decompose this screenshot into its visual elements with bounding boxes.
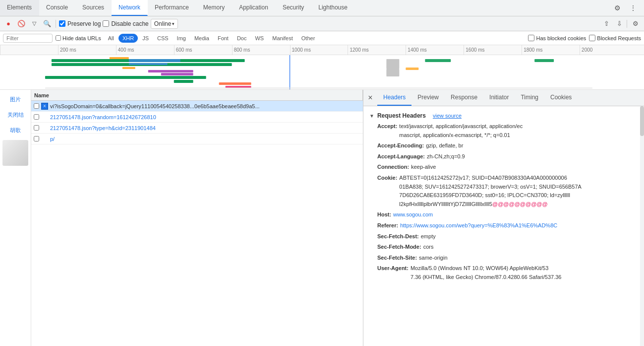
header-row-sec-fetch-mode: Sec-Fetch-Mode: cors — [369, 242, 638, 253]
header-value: zh-CN,zh;q=0.9 — [427, 152, 465, 161]
svg-rect-8 — [45, 76, 206, 79]
header-value: ABTEST=0|1612425272|v17; SUID=D4A07B9083… — [399, 174, 582, 208]
header-name: Accept: — [377, 122, 397, 139]
tick-0 — [0, 45, 2, 55]
svg-rect-13 — [386, 59, 399, 69]
filter-type-css[interactable]: CSS — [153, 34, 173, 43]
settings-icon[interactable]: ⚙ — [610, 1, 624, 15]
tab-security[interactable]: Security — [276, 0, 311, 16]
header-name: Sec-Fetch-Mode: — [377, 243, 421, 252]
table-row[interactable]: X vi?isSogoDomain=0&callback=jQuery11100… — [31, 101, 363, 112]
tick-1800: 1800 ms — [522, 45, 542, 55]
filter-type-img[interactable]: Img — [173, 34, 190, 43]
request-name-2: 2127051478.json?random=1612426726810 — [50, 114, 363, 120]
detail-tab-preview[interactable]: Preview — [411, 90, 445, 106]
left-sidebar-stub: 图片 关闭结 胡歌 — [0, 90, 31, 346]
record-button[interactable]: ● — [3, 18, 14, 29]
detail-panel: × Headers Preview Response Initiator Tim… — [363, 90, 644, 346]
request-headers-section[interactable]: ▼ Request Headers view source — [369, 110, 638, 121]
header-row-accept-language: Accept-Language: zh-CN,zh;q=0.9 — [369, 151, 638, 162]
sidebar-item-huge[interactable]: 胡歌 — [9, 125, 22, 136]
detail-tab-timing[interactable]: Timing — [515, 90, 544, 106]
header-row-connection: Connection: keep-alive — [369, 162, 638, 173]
timeline-ruler: 200 ms 400 ms 600 ms 800 ms 1000 ms 1200… — [0, 45, 644, 55]
filter-icon[interactable]: ▽ — [29, 18, 40, 29]
tab-performance[interactable]: Performance — [148, 0, 196, 16]
filter-type-all[interactable]: All — [104, 34, 118, 43]
svg-rect-6 — [148, 70, 193, 72]
table-row[interactable]: p/ — [31, 134, 363, 144]
header-value: cors — [423, 243, 434, 252]
svg-rect-7 — [161, 73, 193, 75]
devtools-icons: ⚙ ⋮ — [606, 0, 644, 16]
filter-type-other[interactable]: Other — [297, 34, 319, 43]
throttle-dropdown[interactable]: Online ▾ — [151, 19, 178, 29]
header-value: gzip, deflate, br — [426, 141, 463, 150]
tab-application[interactable]: Application — [232, 0, 276, 16]
detail-tab-response[interactable]: Response — [445, 90, 483, 106]
sidebar-item-pics[interactable]: 图片 — [9, 94, 22, 105]
detail-tab-headers[interactable]: Headers — [377, 90, 411, 106]
tab-lighthouse[interactable]: Lighthouse — [311, 0, 355, 16]
blocked-requests-checkbox[interactable]: Blocked Requests — [589, 35, 641, 41]
chevron-down-icon: ▾ — [172, 21, 175, 26]
export-icon[interactable]: ⇩ — [614, 18, 625, 29]
header-name: Cookie: — [377, 174, 397, 208]
preserve-log-checkbox[interactable]: Preserve log — [59, 20, 101, 27]
header-row-sec-fetch-site: Sec-Fetch-Site: same-origin — [369, 253, 638, 264]
tick-800: 800 ms — [232, 45, 250, 55]
table-row[interactable]: 2127051478.json?random=1612426726810 — [31, 112, 363, 123]
detail-tab-initiator[interactable]: Initiator — [483, 90, 515, 106]
filter-type-font[interactable]: Font — [214, 34, 233, 43]
tab-sources[interactable]: Sources — [75, 0, 112, 16]
request-list-body[interactable]: X vi?isSogoDomain=0&callback=jQuery11100… — [31, 101, 363, 346]
tab-network[interactable]: Network — [112, 0, 148, 16]
row-checkbox-3 — [31, 125, 41, 131]
filter-input[interactable] — [3, 34, 53, 43]
header-name: Host: — [377, 210, 391, 219]
filter-type-manifest[interactable]: Manifest — [268, 34, 297, 43]
row-checkbox-4 — [31, 136, 41, 141]
header-name: Sec-Fetch-Site: — [377, 254, 417, 263]
svg-rect-5 — [122, 67, 135, 69]
sidebar-item-close[interactable]: 关闭结 — [6, 109, 25, 121]
view-source-link[interactable]: view source — [433, 113, 462, 119]
request-name-3: 2127051478.json?type=h&cid=2311901484 — [50, 125, 363, 131]
filter-type-ws[interactable]: WS — [251, 34, 268, 43]
detail-tab-cookies[interactable]: Cookies — [544, 90, 578, 106]
header-name: Referer: — [377, 221, 398, 230]
row-checkbox-2 — [31, 114, 41, 120]
has-blocked-cookies-checkbox[interactable]: Has blocked cookies — [528, 35, 586, 41]
tick-600: 600 ms — [174, 45, 192, 55]
svg-rect-11 — [219, 82, 251, 85]
tab-elements[interactable]: Elements — [0, 0, 39, 16]
header-value: keep-alive — [411, 163, 436, 172]
svg-rect-16 — [534, 59, 554, 62]
more-icon[interactable]: ⋮ — [626, 1, 640, 15]
svg-rect-2 — [129, 59, 180, 62]
filter-type-doc[interactable]: Doc — [233, 34, 251, 43]
scrollbar-track[interactable] — [640, 106, 644, 346]
header-name: Accept-Language: — [377, 152, 425, 161]
devtools-tab-bar: Elements Console Sources Network Perform… — [0, 0, 644, 16]
close-button[interactable]: × — [363, 91, 377, 105]
filter-type-media[interactable]: Media — [190, 34, 213, 43]
row-checkbox-1 — [31, 103, 41, 109]
search-icon[interactable]: 🔍 — [42, 18, 53, 29]
filter-type-xhr[interactable]: XHR — [118, 34, 138, 43]
clear-button[interactable]: 🚫 — [16, 18, 27, 29]
hide-data-urls-checkbox[interactable]: Hide data URLs — [56, 35, 101, 41]
tick-1200: 1200 ms — [348, 45, 368, 55]
filter-type-js[interactable]: JS — [138, 34, 153, 43]
table-row[interactable]: 2127051478.json?type=h&cid=2311901484 — [31, 123, 363, 134]
tab-console[interactable]: Console — [39, 0, 75, 16]
header-value: empty — [421, 232, 436, 241]
name-column-header: Name — [31, 90, 363, 100]
tab-memory[interactable]: Memory — [196, 0, 232, 16]
network-settings-icon[interactable]: ⚙ — [630, 18, 641, 29]
scrollbar-thumb[interactable] — [640, 106, 644, 136]
header-value: same-origin — [419, 254, 447, 263]
import-icon[interactable]: ⇧ — [601, 18, 612, 29]
disable-cache-checkbox[interactable]: Disable cache — [103, 20, 148, 27]
request-name-4: p/ — [50, 136, 363, 142]
